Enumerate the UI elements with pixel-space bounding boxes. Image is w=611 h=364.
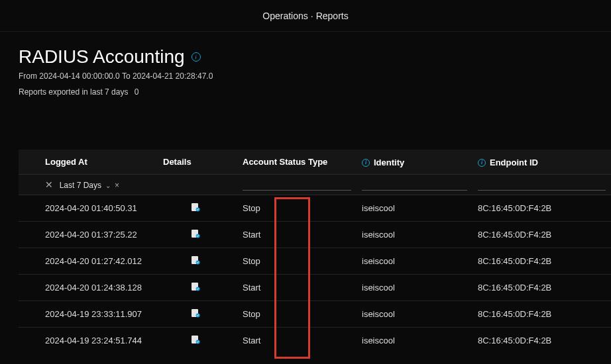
cell-endpoint[interactable]: 8C:16:45:0D:F4:2B <box>472 248 611 275</box>
cell-details <box>158 328 237 354</box>
col-header-logged-at[interactable]: Logged At <box>19 150 158 175</box>
cell-details <box>158 248 237 275</box>
cell-details <box>158 301 237 328</box>
breadcrumb-separator: · <box>311 11 313 21</box>
accounting-table: Logged At Details Account Status Type iI… <box>19 150 611 353</box>
filter-row: ✕ Last 7 Days ⌄ × <box>19 175 611 195</box>
chevron-down-icon: ⌄ <box>105 182 111 189</box>
cell-identity[interactable]: iseiscool <box>357 328 472 354</box>
exported-label: Reports exported in last 7 days <box>19 87 128 97</box>
cell-status: Start <box>237 275 357 301</box>
cell-details <box>158 195 237 222</box>
info-icon[interactable]: i <box>362 159 370 167</box>
identity-filter-input[interactable] <box>362 179 467 191</box>
cell-status: Stop <box>237 195 357 222</box>
clear-date-filter-button[interactable]: × <box>115 181 119 190</box>
table-row: 2024-04-20 01:24:38.128Startiseiscool8C:… <box>19 275 611 301</box>
cell-identity[interactable]: iseiscool <box>357 275 472 301</box>
date-range-text: From 2024-04-14 00:00:00.0 To 2024-04-21… <box>19 71 592 81</box>
details-icon[interactable] <box>191 335 200 344</box>
exported-summary: Reports exported in last 7 days 0 <box>19 87 592 97</box>
cell-endpoint[interactable]: 8C:16:45:0D:F4:2B <box>472 195 611 222</box>
cell-identity[interactable]: iseiscool <box>357 195 472 222</box>
cell-details <box>158 222 237 248</box>
cell-identity[interactable]: iseiscool <box>357 222 472 248</box>
status-filter-input[interactable] <box>243 179 351 191</box>
table-row: 2024-04-20 01:40:50.31Stopiseiscool8C:16… <box>19 195 611 222</box>
cell-endpoint[interactable]: 8C:16:45:0D:F4:2B <box>472 328 611 354</box>
details-icon[interactable] <box>191 282 200 291</box>
col-header-details[interactable]: Details <box>158 150 237 175</box>
col-header-endpoint-label: Endpoint ID <box>490 158 538 167</box>
date-range-filter-label: Last 7 Days <box>60 181 101 190</box>
details-icon[interactable] <box>191 229 200 238</box>
endpoint-filter-input[interactable] <box>478 179 606 191</box>
page-header: RADIUS Accounting i From 2024-04-14 00:0… <box>0 32 611 103</box>
details-icon[interactable] <box>191 203 200 212</box>
cell-logged-at: 2024-04-20 01:40:50.31 <box>19 195 158 222</box>
table-row: 2024-04-19 23:33:11.907Stopiseiscool8C:1… <box>19 301 611 328</box>
table-header-row: Logged At Details Account Status Type iI… <box>19 150 611 175</box>
cell-logged-at: 2024-04-20 01:27:42.012 <box>19 248 158 275</box>
date-range-filter[interactable]: Last 7 Days ⌄ × <box>60 181 119 190</box>
page-title: RADIUS Accounting <box>19 46 185 68</box>
cell-identity[interactable]: iseiscool <box>357 301 472 328</box>
cell-status: Start <box>237 328 357 354</box>
exported-count: 0 <box>135 87 139 97</box>
table-container: Logged At Details Account Status Type iI… <box>19 150 611 353</box>
col-header-status[interactable]: Account Status Type <box>237 150 357 175</box>
cell-endpoint[interactable]: 8C:16:45:0D:F4:2B <box>472 222 611 248</box>
cell-logged-at: 2024-04-20 01:37:25.22 <box>19 222 158 248</box>
info-icon[interactable]: i <box>192 52 201 62</box>
cell-identity[interactable]: iseiscool <box>357 248 472 275</box>
cell-status: Stop <box>237 248 357 275</box>
details-icon[interactable] <box>191 308 200 318</box>
cell-status: Stop <box>237 301 357 328</box>
col-header-identity-label: Identity <box>374 158 404 167</box>
breadcrumb-operations[interactable]: Operations <box>262 11 307 21</box>
table-row: 2024-04-19 23:24:51.744Startiseiscool8C:… <box>19 328 611 354</box>
col-header-endpoint[interactable]: iEndpoint ID <box>472 150 611 175</box>
cell-details <box>158 275 237 301</box>
cell-endpoint[interactable]: 8C:16:45:0D:F4:2B <box>472 301 611 328</box>
table-row: 2024-04-20 01:37:25.22Startiseiscool8C:1… <box>19 222 611 248</box>
breadcrumb-reports[interactable]: Reports <box>316 11 349 21</box>
info-icon[interactable]: i <box>478 159 486 167</box>
breadcrumb: Operations · Reports <box>0 0 611 32</box>
cell-logged-at: 2024-04-19 23:24:51.744 <box>19 328 158 354</box>
table-row: 2024-04-20 01:27:42.012Stopiseiscool8C:1… <box>19 248 611 275</box>
col-header-identity[interactable]: iIdentity <box>357 150 472 175</box>
details-icon[interactable] <box>191 255 200 265</box>
cell-endpoint[interactable]: 8C:16:45:0D:F4:2B <box>472 275 611 301</box>
cell-status: Start <box>237 222 357 248</box>
clear-filters-button[interactable]: ✕ <box>45 179 57 190</box>
cell-logged-at: 2024-04-19 23:33:11.907 <box>19 301 158 328</box>
cell-logged-at: 2024-04-20 01:24:38.128 <box>19 275 158 301</box>
